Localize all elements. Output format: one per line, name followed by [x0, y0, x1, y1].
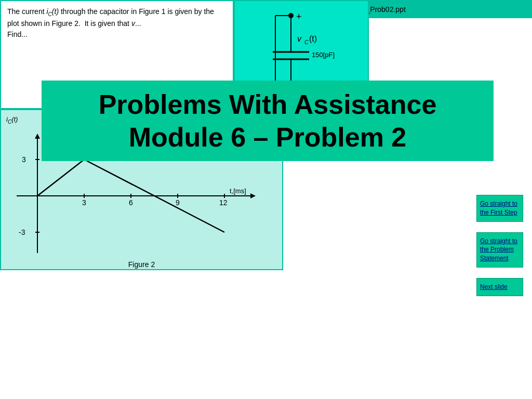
svg-text:(t): (t)	[309, 34, 317, 43]
banner-overlay: Problems With Assistance Module 6 – Prob…	[42, 81, 494, 161]
svg-line-30	[37, 159, 84, 196]
svg-text:C: C	[304, 39, 309, 45]
svg-text:12: 12	[219, 198, 228, 207]
problem-text: The current iC(t) through the capacitor …	[7, 6, 227, 40]
svg-text:150[pF]: 150[pF]	[312, 51, 335, 59]
svg-text:3: 3	[82, 198, 86, 207]
banner-line1: Problems With Assistance	[99, 88, 437, 121]
svg-marker-15	[250, 193, 256, 198]
next-slide-button[interactable]: Next slide	[476, 278, 523, 296]
svg-marker-16	[35, 134, 40, 139]
banner-text: Problems With Assistance Module 6 – Prob…	[99, 88, 437, 153]
problem-statement-button[interactable]: Go straight to the Problem Statement	[476, 232, 523, 268]
banner-line2: Module 6 – Problem 2	[99, 121, 437, 153]
svg-text:t,[ms]: t,[ms]	[230, 187, 246, 195]
svg-text:v: v	[297, 34, 302, 43]
first-step-button[interactable]: Go straight to the First Step	[476, 195, 523, 222]
svg-text:9: 9	[176, 198, 180, 207]
svg-text:+: +	[296, 11, 302, 22]
svg-text:3: 3	[22, 155, 26, 164]
svg-text:6: 6	[129, 198, 133, 207]
svg-text:-3: -3	[19, 228, 25, 236]
